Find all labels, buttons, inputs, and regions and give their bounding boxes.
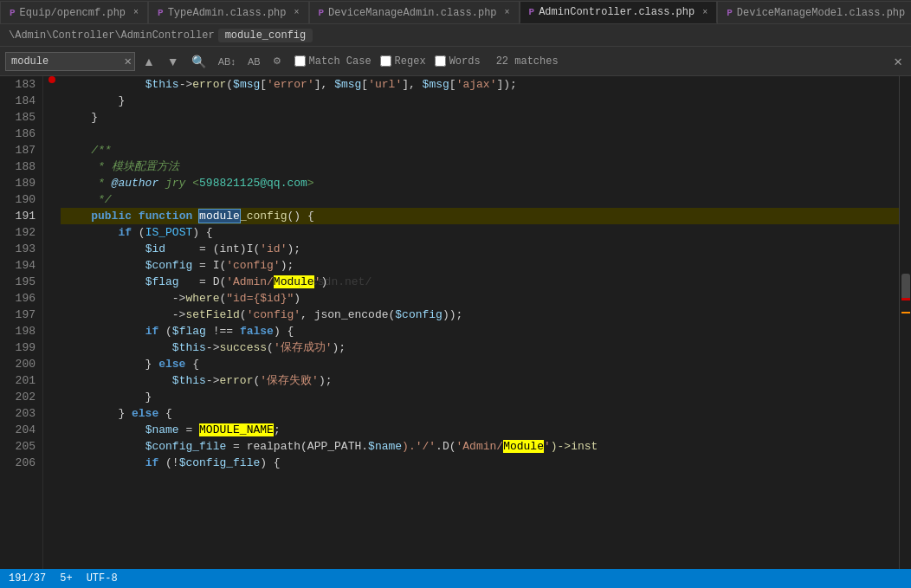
- line-number: 201: [10, 372, 36, 389]
- code-line: /**: [61, 142, 899, 158]
- token-punc: ]: [314, 78, 321, 91]
- line-number: 195: [10, 274, 36, 290]
- search-match: Module: [274, 275, 314, 288]
- tab-close[interactable]: ×: [505, 8, 510, 17]
- token-punc: }: [64, 407, 132, 420]
- line-number: 202: [10, 389, 36, 405]
- search-clear-button[interactable]: ✕: [125, 54, 132, 68]
- tab-label: DeviceManageModel.class.php: [737, 7, 905, 19]
- code-line: * 模块配置方法: [61, 158, 899, 175]
- words-label: Words: [449, 55, 481, 68]
- token-cmt: *: [64, 177, 112, 190]
- search-prev-button[interactable]: ▲: [139, 52, 159, 71]
- line-number: 189: [10, 175, 36, 191]
- search-bar: ✕ ▲ ▼ 🔍 AB↕ AB ⚙ Match Case Regex Words …: [0, 47, 911, 76]
- tab-devicemanageadmin[interactable]: P DeviceManageAdmin.class.php ×: [309, 1, 520, 23]
- search-find-button[interactable]: 🔍: [187, 52, 210, 71]
- token-var: $this: [145, 78, 179, 91]
- line-number: 187: [10, 142, 36, 158]
- token-punc: }: [64, 94, 125, 107]
- tab-equip[interactable]: P Equip/opencmf.php ×: [0, 1, 148, 23]
- token-punc: () {: [288, 210, 314, 223]
- token-punc: ) {: [274, 325, 294, 338]
- code-line: $config_file = realpath(APP_PATH.$name).…: [61, 438, 899, 455]
- tab-close[interactable]: ×: [294, 8, 299, 17]
- token-fn: _config: [240, 210, 288, 223]
- tab-devicemanagemodel[interactable]: P DeviceManageModel.class.php ×: [717, 1, 911, 23]
- match-case-label: Match Case: [309, 55, 372, 68]
- line-number: 199: [10, 339, 36, 356]
- token-cmt: /**: [64, 144, 112, 157]
- tab-close[interactable]: ×: [702, 8, 707, 17]
- token-cmt: jry <: [158, 177, 199, 190]
- token-at: @author: [112, 177, 159, 190]
- token-punc: }: [64, 111, 98, 124]
- token-str: '保存失败': [260, 374, 319, 387]
- token-kw: else: [158, 358, 185, 371]
- search-next-button[interactable]: ▼: [163, 52, 184, 71]
- token-punc: [: [449, 78, 456, 91]
- search-input[interactable]: [5, 52, 135, 71]
- token-op: ->: [206, 341, 220, 354]
- tab-admincontroller[interactable]: P AdminController.class.php ×: [520, 1, 718, 23]
- search-option2-button[interactable]: AB: [243, 52, 265, 71]
- token-str: 'config': [226, 259, 280, 272]
- code-line: * @author jry <598821125@qq.com>: [61, 175, 899, 191]
- php-icon: P: [529, 7, 535, 17]
- line-number: 196: [10, 290, 36, 307]
- token-punc: );: [503, 78, 517, 91]
- words-checkbox[interactable]: [435, 55, 446, 67]
- token-email: 598821125@qq.com: [199, 177, 307, 190]
- line-number: 183: [10, 76, 36, 93]
- token-str: ).'/': [402, 440, 436, 453]
- breadcrumb: \Admin\Controller\AdminController module…: [0, 24, 911, 47]
- tab-label: TypeAdmin.class.php: [168, 7, 287, 19]
- token-str: 'ajax': [456, 78, 497, 91]
- regex-option[interactable]: Regex: [380, 55, 426, 68]
- breakpoint-dot[interactable]: [48, 76, 55, 83]
- token-punc: ));: [443, 308, 462, 321]
- search-option1-button[interactable]: AB↕: [214, 52, 240, 71]
- vertical-scrollbar[interactable]: [899, 76, 911, 569]
- status-bar: 191/37 5+ UTF-8: [0, 569, 911, 588]
- scrollbar-thumb[interactable]: [901, 274, 910, 300]
- token-fn: )->inst: [551, 440, 598, 453]
- status-position: 191/37: [9, 572, 46, 585]
- token-op: ->: [64, 292, 185, 305]
- token-punc: );: [332, 341, 346, 354]
- regex-checkbox[interactable]: [380, 55, 391, 67]
- code-line: }: [61, 389, 899, 405]
- code-line: ->setField('config', json_encode($config…: [61, 307, 899, 323]
- code-line: if (IS_POST) {: [61, 224, 899, 241]
- words-option[interactable]: Words: [435, 55, 481, 68]
- code-line: $flag = D('Admin/Module'): [61, 274, 899, 290]
- token-var: $config: [145, 259, 193, 272]
- token-var: $flag: [172, 325, 206, 338]
- token-fn: setField: [185, 308, 239, 321]
- search-matches: 22 matches: [496, 55, 559, 68]
- match-case-checkbox[interactable]: [294, 55, 306, 67]
- line-number: 206: [10, 455, 36, 471]
- token-fn: error: [219, 374, 253, 387]
- token-punc: );: [287, 242, 300, 255]
- search-option3-button[interactable]: ⚙: [268, 52, 286, 71]
- token-cmt: >: [307, 177, 314, 190]
- php-icon: P: [10, 8, 16, 18]
- token-str: 'config': [247, 308, 300, 321]
- search-close-button[interactable]: ✕: [890, 53, 906, 70]
- search-match: Module: [503, 440, 544, 453]
- token-punc: ): [320, 275, 327, 288]
- code-line: } else {: [61, 356, 899, 372]
- token-kw: if: [145, 456, 159, 469]
- token-punc: ): [294, 292, 300, 305]
- token-var: $config_file: [145, 440, 227, 453]
- code-line: } else {: [61, 405, 899, 422]
- code-content[interactable]: blog.csdn.net/ $this->error($msg['error'…: [57, 76, 899, 569]
- tab-close[interactable]: ×: [133, 8, 139, 17]
- regex-label: Regex: [395, 55, 426, 68]
- code-line: $this->error('保存失败');: [61, 372, 899, 389]
- match-case-option[interactable]: Match Case: [294, 55, 372, 68]
- line-number: 192: [10, 224, 36, 241]
- tab-typeadmin[interactable]: P TypeAdmin.class.php ×: [148, 1, 308, 23]
- tab-bar: P Equip/opencmf.php × P TypeAdmin.class.…: [0, 0, 911, 24]
